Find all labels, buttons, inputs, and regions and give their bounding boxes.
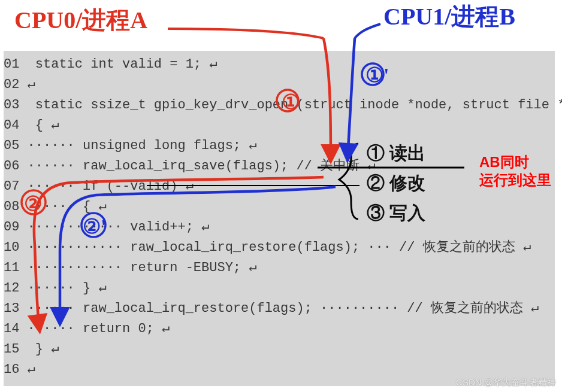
label-ab-simultaneous: AB同时 运行到这里 — [479, 153, 551, 189]
step-modify: ② 修改 — [367, 171, 425, 196]
code-line-11: 11 ············ return -EBUSY; ↵ — [4, 258, 555, 278]
cpu1-connector — [355, 24, 380, 38]
cpu0-connector — [168, 29, 324, 38]
stage: CPU0/进程A CPU1/进程B 01 static int valid = … — [0, 0, 562, 392]
step-write: ③ 写入 — [367, 201, 425, 226]
step-read: ① 读出 — [367, 141, 425, 166]
code-line-07: 07 ······ if (--valid) ↵ — [4, 177, 555, 197]
code-line-14: 14 ······ return 0; ↵ — [4, 319, 555, 339]
marker-path1p: ①' — [365, 63, 389, 87]
code-line-12: 12 ······ } ↵ — [4, 278, 555, 299]
label-ab-line1: AB同时 — [479, 153, 551, 171]
watermark: CSDN @华为奋斗者精神 — [456, 377, 556, 388]
code-line-02: 02 ↵ — [4, 75, 555, 95]
marker-path1: ① — [282, 90, 300, 114]
code-line-05: 05 ······ unsigned long flags; ↵ — [4, 136, 555, 156]
code-line-04: 04 { ↵ — [4, 116, 555, 136]
code-line-15: 15 } ↵ — [4, 339, 555, 360]
label-ab-line2: 运行到这里 — [479, 171, 551, 189]
code-line-06: 06 ······ raw_local_irq_save(flags); // … — [4, 156, 555, 177]
marker-path2p: ②' — [83, 214, 106, 238]
code-line-01: 01 static int valid = 1; ↵ — [4, 54, 555, 75]
code-line-13: 13 ······ raw_local_irq_restore(flags); … — [4, 299, 555, 319]
label-cpu1: CPU1/进程B — [383, 0, 515, 33]
marker-path2: ② — [24, 192, 42, 215]
label-cpu0: CPU0/进程A — [14, 4, 147, 37]
code-line-10: 10 ············ raw_local_irq_restore(fl… — [4, 238, 555, 258]
code-line-03: 03 static ssize_t gpio_key_drv_open (str… — [4, 95, 555, 116]
